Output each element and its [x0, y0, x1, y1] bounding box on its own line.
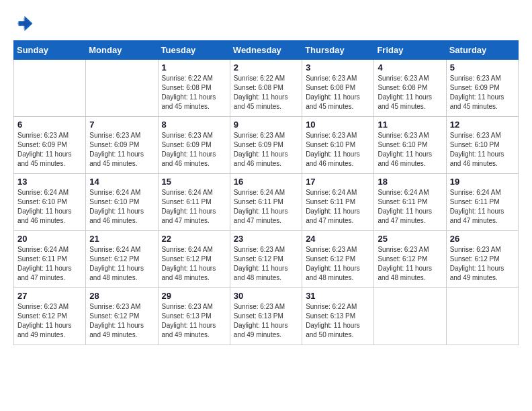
day-number: 8 [162, 120, 226, 130]
day-number: 14 [89, 177, 154, 187]
day-info: Sunrise: 6:23 AM Sunset: 6:12 PM Dayligh… [306, 245, 370, 283]
day-info: Sunrise: 6:24 AM Sunset: 6:10 PM Dayligh… [17, 188, 82, 226]
day-info: Sunrise: 6:22 AM Sunset: 6:08 PM Dayligh… [234, 74, 298, 111]
day-info: Sunrise: 6:23 AM Sunset: 6:12 PM Dayligh… [17, 302, 82, 340]
calendar-cell: 18Sunrise: 6:24 AM Sunset: 6:11 PM Dayli… [374, 174, 446, 231]
day-info: Sunrise: 6:23 AM Sunset: 6:08 PM Dayligh… [378, 74, 442, 111]
calendar-week-row: 6Sunrise: 6:23 AM Sunset: 6:09 PM Daylig… [14, 117, 519, 174]
calendar-cell: 20Sunrise: 6:24 AM Sunset: 6:11 PM Dayli… [14, 231, 86, 288]
day-number: 31 [306, 291, 370, 301]
calendar-cell: 31Sunrise: 6:22 AM Sunset: 6:13 PM Dayli… [302, 288, 374, 345]
day-number: 12 [450, 120, 515, 130]
day-number: 20 [17, 234, 82, 244]
calendar-cell: 24Sunrise: 6:23 AM Sunset: 6:12 PM Dayli… [302, 231, 374, 288]
day-info: Sunrise: 6:24 AM Sunset: 6:10 PM Dayligh… [89, 188, 154, 226]
calendar-cell: 23Sunrise: 6:23 AM Sunset: 6:12 PM Dayli… [230, 231, 302, 288]
day-info: Sunrise: 6:23 AM Sunset: 6:09 PM Dayligh… [17, 131, 82, 169]
day-info: Sunrise: 6:22 AM Sunset: 6:13 PM Dayligh… [306, 302, 370, 340]
day-info: Sunrise: 6:24 AM Sunset: 6:11 PM Dayligh… [450, 188, 515, 226]
calendar-cell: 15Sunrise: 6:24 AM Sunset: 6:11 PM Dayli… [158, 174, 230, 231]
calendar-cell: 28Sunrise: 6:23 AM Sunset: 6:12 PM Dayli… [86, 288, 158, 345]
weekday-header: Thursday [302, 41, 374, 60]
weekday-header: Tuesday [158, 41, 230, 60]
day-number: 22 [162, 234, 226, 244]
calendar-table: SundayMondayTuesdayWednesdayThursdayFrid… [13, 40, 519, 345]
day-info: Sunrise: 6:24 AM Sunset: 6:11 PM Dayligh… [17, 245, 82, 283]
calendar-cell: 19Sunrise: 6:24 AM Sunset: 6:11 PM Dayli… [446, 174, 518, 231]
day-number: 2 [234, 62, 298, 73]
day-info: Sunrise: 6:23 AM Sunset: 6:12 PM Dayligh… [89, 302, 154, 340]
calendar-cell: 14Sunrise: 6:24 AM Sunset: 6:10 PM Dayli… [86, 174, 158, 231]
calendar-cell: 29Sunrise: 6:23 AM Sunset: 6:13 PM Dayli… [158, 288, 230, 345]
calendar-cell: 6Sunrise: 6:23 AM Sunset: 6:09 PM Daylig… [14, 117, 86, 174]
day-number: 3 [306, 62, 370, 73]
day-number: 5 [450, 62, 515, 73]
day-info: Sunrise: 6:24 AM Sunset: 6:11 PM Dayligh… [378, 188, 442, 226]
weekday-header: Friday [374, 41, 446, 60]
day-number: 19 [450, 177, 515, 187]
weekday-header: Monday [86, 41, 158, 60]
day-number: 16 [234, 177, 298, 187]
day-number: 1 [162, 62, 226, 73]
weekday-header: Saturday [446, 41, 518, 60]
day-number: 6 [17, 120, 82, 130]
day-number: 15 [162, 177, 226, 187]
day-number: 10 [306, 120, 370, 130]
day-number: 23 [234, 234, 298, 244]
page-header [13, 13, 519, 34]
day-info: Sunrise: 6:23 AM Sunset: 6:08 PM Dayligh… [306, 74, 370, 111]
day-number: 26 [450, 234, 515, 244]
day-info: Sunrise: 6:23 AM Sunset: 6:13 PM Dayligh… [234, 302, 298, 340]
day-info: Sunrise: 6:24 AM Sunset: 6:12 PM Dayligh… [162, 245, 226, 283]
day-info: Sunrise: 6:24 AM Sunset: 6:12 PM Dayligh… [89, 245, 154, 283]
calendar-cell: 21Sunrise: 6:24 AM Sunset: 6:12 PM Dayli… [86, 231, 158, 288]
day-number: 4 [378, 62, 442, 73]
day-number: 17 [306, 177, 370, 187]
calendar-cell: 1Sunrise: 6:22 AM Sunset: 6:08 PM Daylig… [158, 60, 230, 117]
day-number: 29 [162, 291, 226, 301]
day-number: 24 [306, 234, 370, 244]
day-number: 27 [17, 291, 82, 301]
day-number: 18 [378, 177, 442, 187]
calendar-cell: 25Sunrise: 6:23 AM Sunset: 6:12 PM Dayli… [374, 231, 446, 288]
svg-marker-1 [17, 17, 31, 30]
calendar-cell: 17Sunrise: 6:24 AM Sunset: 6:11 PM Dayli… [302, 174, 374, 231]
day-info: Sunrise: 6:23 AM Sunset: 6:12 PM Dayligh… [450, 245, 515, 283]
calendar-cell: 7Sunrise: 6:23 AM Sunset: 6:09 PM Daylig… [86, 117, 158, 174]
day-number: 25 [378, 234, 442, 244]
calendar-week-row: 27Sunrise: 6:23 AM Sunset: 6:12 PM Dayli… [14, 288, 519, 345]
day-info: Sunrise: 6:23 AM Sunset: 6:09 PM Dayligh… [450, 74, 515, 111]
day-number: 30 [234, 291, 298, 301]
calendar-cell: 30Sunrise: 6:23 AM Sunset: 6:13 PM Dayli… [230, 288, 302, 345]
weekday-header: Sunday [14, 41, 86, 60]
day-number: 21 [89, 234, 154, 244]
day-info: Sunrise: 6:23 AM Sunset: 6:09 PM Dayligh… [162, 131, 226, 169]
day-number: 11 [378, 120, 442, 130]
calendar-cell: 11Sunrise: 6:23 AM Sunset: 6:10 PM Dayli… [374, 117, 446, 174]
calendar-week-row: 20Sunrise: 6:24 AM Sunset: 6:11 PM Dayli… [14, 231, 519, 288]
calendar-week-row: 13Sunrise: 6:24 AM Sunset: 6:10 PM Dayli… [14, 174, 519, 231]
day-number: 13 [17, 177, 82, 187]
logo-icon [13, 13, 34, 34]
calendar-cell: 16Sunrise: 6:24 AM Sunset: 6:11 PM Dayli… [230, 174, 302, 231]
day-number: 9 [234, 120, 298, 130]
day-info: Sunrise: 6:22 AM Sunset: 6:08 PM Dayligh… [162, 74, 226, 111]
calendar-cell: 3Sunrise: 6:23 AM Sunset: 6:08 PM Daylig… [302, 60, 374, 117]
calendar-cell: 8Sunrise: 6:23 AM Sunset: 6:09 PM Daylig… [158, 117, 230, 174]
calendar-cell: 10Sunrise: 6:23 AM Sunset: 6:10 PM Dayli… [302, 117, 374, 174]
calendar-cell: 4Sunrise: 6:23 AM Sunset: 6:08 PM Daylig… [374, 60, 446, 117]
calendar-cell: 2Sunrise: 6:22 AM Sunset: 6:08 PM Daylig… [230, 60, 302, 117]
calendar-cell: 22Sunrise: 6:24 AM Sunset: 6:12 PM Dayli… [158, 231, 230, 288]
day-info: Sunrise: 6:24 AM Sunset: 6:11 PM Dayligh… [306, 188, 370, 226]
day-number: 7 [89, 120, 154, 130]
calendar-cell [446, 288, 518, 345]
calendar-header-row: SundayMondayTuesdayWednesdayThursdayFrid… [14, 41, 519, 60]
calendar-cell [14, 60, 86, 117]
calendar-cell [374, 288, 446, 345]
calendar-cell: 26Sunrise: 6:23 AM Sunset: 6:12 PM Dayli… [446, 231, 518, 288]
calendar-cell: 5Sunrise: 6:23 AM Sunset: 6:09 PM Daylig… [446, 60, 518, 117]
day-info: Sunrise: 6:23 AM Sunset: 6:12 PM Dayligh… [378, 245, 442, 283]
day-info: Sunrise: 6:24 AM Sunset: 6:11 PM Dayligh… [162, 188, 226, 226]
calendar-cell: 9Sunrise: 6:23 AM Sunset: 6:09 PM Daylig… [230, 117, 302, 174]
day-info: Sunrise: 6:23 AM Sunset: 6:09 PM Dayligh… [89, 131, 154, 169]
